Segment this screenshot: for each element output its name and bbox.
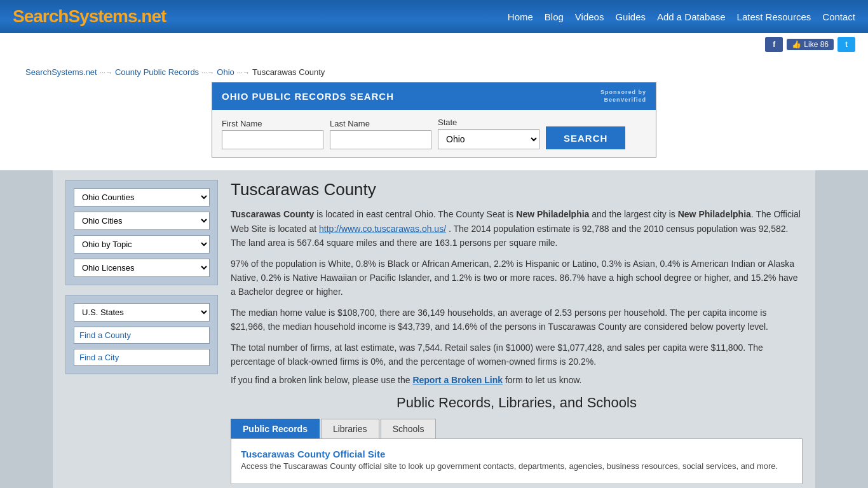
description-para2: 97% of the population is White, 0.8% is …: [231, 257, 803, 299]
find-city-link[interactable]: Find a City: [74, 349, 210, 366]
nav-contact[interactable]: Contact: [822, 11, 855, 22]
breadcrumb: SearchSystems.net ···→ County Public Rec…: [13, 62, 855, 82]
breadcrumb-county-records[interactable]: County Public Records: [115, 67, 199, 77]
facebook-icon[interactable]: f: [765, 37, 783, 52]
content-area: Ohio Counties Ohio Cities Ohio by Topic …: [53, 170, 815, 488]
search-box-title: OHIO PUBLIC RECORDS SEARCH: [222, 91, 394, 102]
breadcrumb-arrow-2: ···→: [201, 69, 214, 76]
records-panel: Tuscarawas County Official Site Access t…: [231, 438, 803, 484]
state-label: State: [438, 118, 539, 127]
search-section: SearchSystems.net ···→ County Public Rec…: [0, 56, 868, 170]
breadcrumb-arrow-3: ···→: [237, 69, 250, 76]
ohio-nav-box: Ohio Counties Ohio Cities Ohio by Topic …: [65, 180, 218, 285]
main-nav: Home Blog Videos Guides Add a Database L…: [508, 11, 855, 22]
county-title: Tuscarawas County: [231, 180, 803, 200]
county-website-link[interactable]: http://www.co.tuscarawas.oh.us/: [319, 224, 446, 234]
nav-home[interactable]: Home: [508, 11, 533, 22]
like-count: Like 86: [804, 40, 829, 49]
last-name-label: Last Name: [330, 119, 431, 128]
first-name-label: First Name: [222, 119, 323, 128]
first-name-field: First Name: [222, 119, 323, 149]
nav-videos[interactable]: Videos: [575, 11, 604, 22]
county-name-bold: Tuscarawas County: [231, 209, 314, 219]
like-icon: 👍: [792, 40, 801, 49]
social-bar: f 👍 Like 86 t: [0, 33, 868, 56]
record-title-link-0[interactable]: Tuscarawas County Official Site: [241, 449, 385, 459]
site-header: SearchSystems.net Home Blog Videos Guide…: [0, 0, 868, 33]
twitter-icon[interactable]: t: [837, 37, 855, 52]
record-description-0: Access the Tuscarawas County official si…: [241, 461, 792, 471]
section-title: Public Records, Libraries, and Schools: [231, 395, 803, 411]
largest-city-bold: New Philadelphia: [678, 209, 751, 219]
description-para1: Tuscarawas County is located in east cen…: [231, 207, 803, 250]
county-seat-bold: New Philadelphia: [516, 209, 589, 219]
ohio-cities-select[interactable]: Ohio Cities: [74, 212, 210, 230]
main-content: Tuscarawas County Tuscarawas County is l…: [218, 180, 803, 484]
description-para3: The median home value is $108,700, there…: [231, 306, 803, 334]
nav-blog[interactable]: Blog: [545, 11, 564, 22]
search-box-body: First Name Last Name State Ohio SEARCH: [212, 110, 656, 157]
county-description: Tuscarawas County is located in east cen…: [231, 207, 803, 369]
search-box: OHIO PUBLIC RECORDS SEARCH Sponsored by …: [212, 82, 656, 158]
breadcrumb-arrow-1: ···→: [100, 69, 112, 76]
tab-public-records[interactable]: Public Records: [231, 419, 320, 438]
last-name-field: Last Name: [330, 119, 431, 149]
last-name-input[interactable]: [330, 130, 431, 149]
find-county-link[interactable]: Find a County: [74, 327, 210, 344]
tab-schools[interactable]: Schools: [381, 419, 437, 438]
search-button[interactable]: SEARCH: [546, 126, 625, 149]
nav-guides[interactable]: Guides: [615, 11, 646, 22]
desc-text-largest: and the largest city is: [592, 209, 675, 219]
broken-link-notice: If you find a broken link below, please …: [231, 375, 803, 385]
description-para4: The total number of firms, at last estim…: [231, 341, 803, 369]
sidebar: Ohio Counties Ohio Cities Ohio by Topic …: [65, 180, 218, 484]
logo-text: SearchSystems: [13, 6, 137, 26]
ohio-topic-select[interactable]: Ohio by Topic: [74, 235, 210, 254]
us-nav-box: U.S. States Find a County Find a City: [65, 295, 218, 374]
broken-link-link[interactable]: Report a Broken Link: [412, 375, 503, 385]
facebook-like-button[interactable]: 👍 Like 86: [787, 39, 834, 50]
site-logo[interactable]: SearchSystems.net: [13, 6, 166, 27]
tab-libraries[interactable]: Libraries: [321, 419, 379, 438]
logo-ext: .net: [137, 6, 166, 26]
breadcrumb-current: Tuscarawas County: [252, 67, 325, 77]
breadcrumb-home[interactable]: SearchSystems.net: [25, 67, 97, 77]
first-name-input[interactable]: [222, 130, 323, 149]
us-states-select[interactable]: U.S. States: [74, 303, 210, 322]
desc-text-1: is located in east central Ohio. The Cou…: [316, 209, 513, 219]
nav-add-database[interactable]: Add a Database: [657, 11, 726, 22]
ohio-counties-select[interactable]: Ohio Counties: [74, 188, 210, 207]
breadcrumb-ohio[interactable]: Ohio: [217, 67, 234, 77]
nav-latest-resources[interactable]: Latest Resources: [737, 11, 811, 22]
record-entry-0: Tuscarawas County Official Site Access t…: [241, 449, 792, 471]
state-field: State Ohio: [438, 118, 539, 149]
sponsored-text: Sponsored by BeenVerified: [600, 89, 646, 104]
state-select[interactable]: Ohio: [438, 129, 539, 149]
ohio-licenses-select[interactable]: Ohio Licenses: [74, 259, 210, 277]
tabs: Public Records Libraries Schools: [231, 419, 803, 438]
search-box-header: OHIO PUBLIC RECORDS SEARCH Sponsored by …: [212, 83, 656, 110]
